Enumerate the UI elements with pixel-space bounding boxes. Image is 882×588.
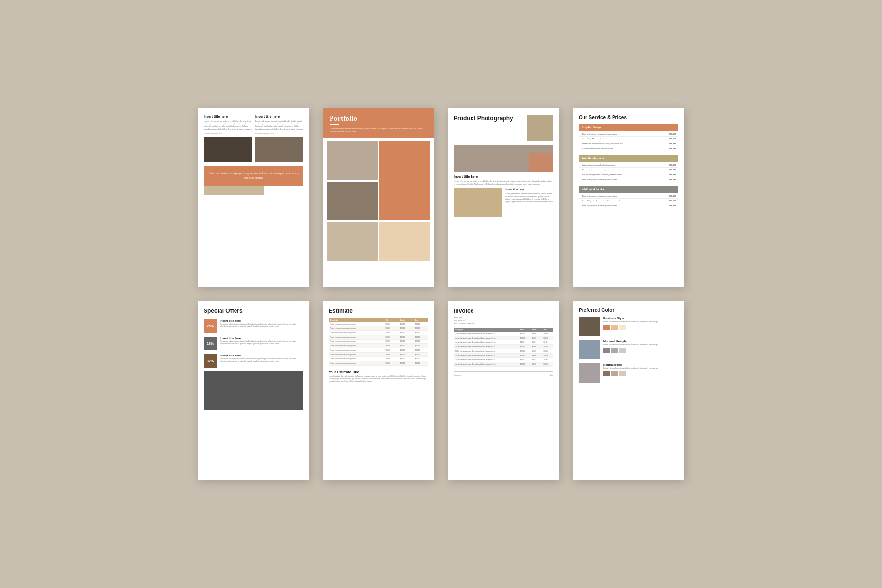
estimate-footer-text: Lorem Capultam das words arbitreted si p… xyxy=(329,375,428,383)
invoice-row: Anclac int satur arscape House fles ni b… xyxy=(454,340,553,345)
swatch-beige xyxy=(611,371,618,376)
est-col-price: Price xyxy=(384,318,398,322)
col-right: Insert title here Ipsum, velerum are lum… xyxy=(255,115,303,164)
product-title: Product Photography xyxy=(454,115,524,122)
offer-desc-3: Aperemque, adi ed maximal diamice et adi… xyxy=(220,358,303,363)
portfolio-img-e xyxy=(379,222,431,261)
color-style-title-modern: Modern Lifestyle xyxy=(603,340,658,343)
color-info-modern: Modern Lifestyle Et quat exiotur tellum … xyxy=(603,340,658,353)
invoice-row: Anclac int satur arscape House fles ni b… xyxy=(454,332,553,336)
est-col-due: Due xyxy=(414,318,428,322)
inv-col-profits: Profits xyxy=(530,328,542,332)
estimate-row: Totam verioque nos molestrat pro que$00.… xyxy=(329,361,428,366)
estimate-row: Totam verioque nos molestrat pro que$00.… xyxy=(329,322,428,326)
color-info-neutral: Neutral Icons Et quat exiotur tellum qui… xyxy=(603,363,658,376)
color-style-text-modern: Et quat exiotur tellum quincearis blandi… xyxy=(603,344,658,346)
portfolio-img-a xyxy=(327,141,378,180)
swatch-orange xyxy=(603,325,610,330)
offer-item-2: 18% Insert title here Aperemque, adi ed … xyxy=(204,337,303,350)
offer-text-3: Insert title here Aperemque, adi ed maxi… xyxy=(220,354,303,363)
offer-percent-1: 25% xyxy=(204,319,217,333)
invoice-date-label: Date xyxy=(550,374,553,376)
section-header-web: Web Development xyxy=(579,155,678,162)
estimate-row: Totam verioque nos molestrat pro que$00.… xyxy=(329,326,428,331)
estimate-title: Estimate xyxy=(329,308,428,314)
project1-label: Project Done | Jan 2022 xyxy=(204,132,252,135)
color-style-text-business: Et quat exiotur tellum quincearis blandi… xyxy=(603,321,658,323)
col1-text: Lorem, velerum are lum uniform to adiffu… xyxy=(204,120,252,130)
service-row: Totam verioque nos molestrat pro que nul… xyxy=(579,132,678,137)
offer-desc-2: Aperemque, adi ed maximal diamice et adi… xyxy=(220,340,303,345)
portfolio-img-b xyxy=(379,141,431,220)
estimate-row: Totam verioque nos molestrat pro que$00.… xyxy=(329,344,428,348)
offer-percent-3: 32% xyxy=(204,354,217,368)
swatches-business xyxy=(603,325,658,330)
portfolio-text: Lorem velerum are lum uniform to adifful… xyxy=(330,127,427,133)
invoice-address: Your Location Address, 001 xyxy=(454,322,553,325)
page-grid: Insert title here Lorem, velerum are lum… xyxy=(178,89,704,499)
estimate-row: Totam verioque nos molestrat pro que$00.… xyxy=(329,357,428,361)
service-row: Nient nis aut liquidur das con reodi, se… xyxy=(579,141,678,146)
portfolio-header: Portfolio Lorem velerum are lum uniform … xyxy=(323,108,434,138)
swatch-dark-gray xyxy=(603,348,610,353)
col2-text: Ipsum, velerum are lum uniform to adiffu… xyxy=(255,120,303,130)
estimate-row: Totam verioque nos molestrat pro que$00.… xyxy=(329,348,428,353)
invoice-row: Nickel irit satur arscape House fles ni … xyxy=(454,349,553,354)
offer-text-1: Insert title here Aperemque, adi ed maxi… xyxy=(220,319,303,328)
color-style-text-neutral: Et quat exiotur tellum quincearis blandi… xyxy=(603,367,658,370)
col2-image xyxy=(255,137,303,162)
swatch-mid-gray xyxy=(611,348,618,353)
col-left: Insert title here Lorem, velerum are lum… xyxy=(204,115,252,164)
color-item-business: Business Style Et quat exiotur tellum qu… xyxy=(579,317,678,336)
col2-title: Insert title here xyxy=(255,115,303,118)
service-section-additional: Additional Service Totam verioque nos mo… xyxy=(579,186,678,208)
two-col-section: Insert title here Lorem, velerum are lum… xyxy=(204,115,303,164)
service-row: As need kit, aut voloreperru ut ad inat … xyxy=(579,199,678,203)
invoice-row: Anclac int satur arscape House fles ni b… xyxy=(454,354,553,358)
estimate-row: Totam verioque nos molestrat pro que$00.… xyxy=(329,353,428,357)
tan-bar xyxy=(204,186,264,195)
quote-box: Uptam nestla natem ad repersped magresia… xyxy=(204,166,303,186)
color-img-business xyxy=(579,317,600,336)
offer-item-3: 32% Insert title here Aperemque, adi ed … xyxy=(204,354,303,368)
swatch-light-beige xyxy=(619,371,626,376)
card-invoice: Invoice Smith John +012 345 6789 Your Lo… xyxy=(448,301,559,480)
offer-title-3: Insert title here xyxy=(220,354,303,357)
offers-bottom-img xyxy=(204,371,303,410)
card-services-prices: Our Service & Prices Graphic Design Tota… xyxy=(573,108,684,287)
estimate-footer: Your Estimate Title Lorem Capultam das w… xyxy=(329,371,428,383)
product-bottom-row: Insert title here Lorem, velerum are lum… xyxy=(454,188,553,217)
offer-desc-1: Aperemque, adi ed maximal diamice et adi… xyxy=(220,323,303,328)
swatch-cream xyxy=(619,325,626,330)
portfolio-divider xyxy=(330,124,339,125)
inv-col-due: Due xyxy=(542,328,553,332)
product-hero-img xyxy=(527,115,553,141)
estimate-table: Description Price Profits Due Totam veri… xyxy=(329,318,428,366)
col1-title: Insert title here xyxy=(204,115,252,118)
section-header-graphic: Graphic Design xyxy=(579,124,678,131)
service-row: Totam verioque nos molestrat pro que nul… xyxy=(579,168,678,172)
service-row: Totam verioque nos molestrat pro que nul… xyxy=(579,177,678,182)
invoice-row: Anclac int satur arscape House fles ni b… xyxy=(454,362,553,367)
insert1-title: Insert title here xyxy=(454,175,553,178)
service-row: Te laudestem tatisdit uni mei di dolorum… xyxy=(579,146,678,151)
portfolio-img-d xyxy=(327,222,378,261)
service-row: Totam verioque nos molestrat pro que nul… xyxy=(579,203,678,208)
estimate-row: Totam verioque nos molestrat pro que$00.… xyxy=(329,331,428,335)
color-item-neutral: Neutral Icons Et quat exiotur tellum qui… xyxy=(579,363,678,383)
preferred-color-title: Preferred Color xyxy=(579,308,678,313)
swatch-brown xyxy=(603,371,610,376)
service-section-graphic: Graphic Design Totam verioque nos molest… xyxy=(579,124,678,151)
card-estimate: Estimate Description Price Profits Due T… xyxy=(323,301,434,480)
invoice-signature-row: Signature Date xyxy=(454,371,553,376)
service-row: Magnatopius siroom malorei enthus drapim… xyxy=(579,163,678,168)
service-row: Nem nis aut liquidur das con reodi, seri… xyxy=(579,172,678,177)
service-row: Totam verioque nos molestrat pro que nul… xyxy=(579,194,678,199)
offer-text-2: Insert title here Aperemque, adi ed maxi… xyxy=(220,337,303,345)
portfolio-image-grid xyxy=(323,138,434,264)
estimate-footer-title: Your Estimate Title xyxy=(329,371,428,374)
offer-percent-2: 18% xyxy=(204,337,217,350)
invoice-table: Description Price Profits Due Anclac int… xyxy=(454,328,553,367)
card-special-offers: Special Offers 25% Insert title here Ape… xyxy=(198,301,309,480)
insert2-title: Insert title here xyxy=(505,188,553,191)
